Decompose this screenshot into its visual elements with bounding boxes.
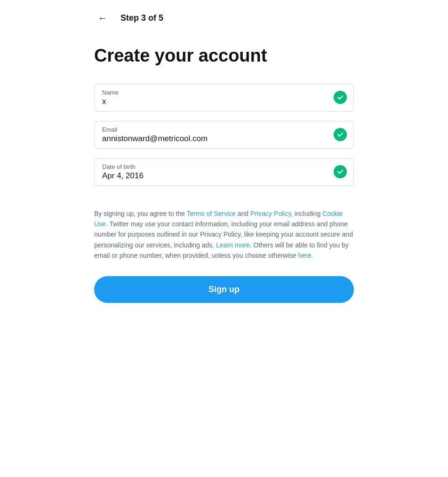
dob-value: Apr 4, 2016 — [102, 171, 330, 181]
email-field[interactable]: Email annistonward@metricool.com — [94, 121, 354, 149]
name-label: Name — [102, 89, 330, 96]
email-valid-icon — [334, 128, 347, 141]
back-button[interactable]: ← — [94, 9, 111, 26]
legal-text: By signing up, you agree to the Terms of… — [94, 208, 354, 261]
email-value: annistonward@metricool.com — [102, 134, 330, 143]
page-title: Create your account — [94, 45, 354, 67]
form-fields: Name x Email annistonward@metricool.com … — [94, 84, 354, 186]
here-link[interactable]: here — [298, 252, 311, 259]
name-value: x — [102, 97, 330, 106]
back-icon: ← — [98, 13, 107, 24]
privacy-link[interactable]: Privacy Policy — [250, 210, 291, 217]
dob-label: Date of birth — [102, 163, 330, 170]
step-label: Step 3 of 5 — [120, 13, 163, 23]
header: ← Step 3 of 5 — [94, 9, 354, 26]
tos-link[interactable]: Terms of Service — [187, 210, 236, 217]
email-label: Email — [102, 126, 330, 133]
name-valid-icon — [334, 91, 347, 104]
dob-field[interactable]: Date of birth Apr 4, 2016 — [94, 158, 354, 186]
name-field[interactable]: Name x — [94, 84, 354, 111]
learn-more-link[interactable]: Learn more — [216, 241, 250, 249]
signup-button[interactable]: Sign up — [94, 276, 354, 303]
dob-valid-icon — [334, 165, 347, 178]
